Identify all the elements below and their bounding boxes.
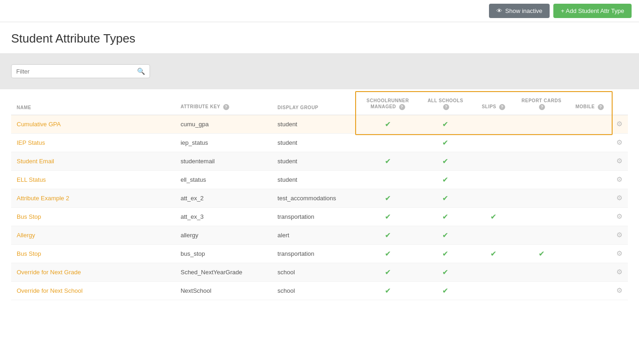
row-gear[interactable]: ⚙ bbox=[611, 226, 628, 244]
check-icon: ✔ bbox=[385, 231, 391, 240]
gear-icon[interactable]: ⚙ bbox=[616, 249, 622, 257]
table-row: Student Email studentemail student ✔ ✔ ⚙ bbox=[11, 152, 628, 170]
table-row: Cumulative GPA cumu_gpa student ✔ ✔ ⚙ bbox=[11, 115, 628, 133]
row-name[interactable]: Override for Next School bbox=[11, 281, 175, 300]
show-inactive-button[interactable]: 👁 Show inactive bbox=[489, 4, 550, 18]
check-icon: ✔ bbox=[442, 212, 448, 221]
gear-icon[interactable]: ⚙ bbox=[616, 231, 622, 239]
row-name[interactable]: Bus Stop bbox=[11, 244, 175, 263]
row-gear[interactable]: ⚙ bbox=[611, 281, 628, 300]
row-all-schools: ✔ bbox=[418, 189, 472, 207]
row-attribute-key: Sched_NextYearGrade bbox=[175, 263, 272, 281]
slips-info-icon: ? bbox=[499, 104, 505, 110]
table-header-row: NAME ATTRIBUTE KEY ? DISPLAY GROUP SCHOO… bbox=[11, 93, 628, 115]
row-name[interactable]: Cumulative GPA bbox=[11, 115, 175, 133]
row-gear[interactable]: ⚙ bbox=[611, 263, 628, 281]
row-mobile bbox=[569, 244, 611, 263]
attribute-key-info-icon: ? bbox=[223, 104, 229, 110]
row-name[interactable]: Bus Stop bbox=[11, 207, 175, 226]
check-icon: ✔ bbox=[442, 286, 448, 295]
row-gear[interactable]: ⚙ bbox=[611, 152, 628, 170]
row-schoolrunner-managed: ✔ bbox=[357, 189, 418, 207]
row-gear[interactable]: ⚙ bbox=[611, 207, 628, 226]
filter-bar: 🔍 bbox=[0, 53, 639, 89]
row-display-group: school bbox=[272, 263, 357, 281]
row-mobile bbox=[569, 207, 611, 226]
show-inactive-label: Show inactive bbox=[505, 7, 542, 14]
schoolrunner-managed-info-icon: ? bbox=[399, 104, 405, 110]
row-schoolrunner-managed: ✔ bbox=[357, 244, 418, 263]
row-display-group: school bbox=[272, 281, 357, 300]
row-report-cards bbox=[514, 281, 568, 300]
row-slips bbox=[472, 133, 514, 152]
check-icon: ✔ bbox=[442, 194, 448, 203]
row-slips bbox=[472, 281, 514, 300]
row-display-group: alert bbox=[272, 226, 357, 244]
col-header-display-group: DISPLAY GROUP bbox=[272, 93, 357, 115]
row-name[interactable]: Override for Next Grade bbox=[11, 263, 175, 281]
row-name[interactable]: IEP Status bbox=[11, 133, 175, 152]
all-schools-info-icon: ? bbox=[443, 104, 449, 110]
row-report-cards bbox=[514, 189, 568, 207]
row-slips bbox=[472, 226, 514, 244]
row-name[interactable]: Attribute Example 2 bbox=[11, 189, 175, 207]
row-slips bbox=[472, 152, 514, 170]
gear-icon[interactable]: ⚙ bbox=[616, 138, 622, 146]
row-slips bbox=[472, 189, 514, 207]
row-schoolrunner-managed bbox=[357, 133, 418, 152]
gear-icon[interactable]: ⚙ bbox=[616, 120, 622, 128]
row-attribute-key: allergy bbox=[175, 226, 272, 244]
check-icon: ✔ bbox=[385, 268, 391, 277]
check-icon: ✔ bbox=[385, 212, 391, 221]
gear-icon[interactable]: ⚙ bbox=[616, 212, 622, 220]
row-attribute-key: studentemail bbox=[175, 152, 272, 170]
table-row: Attribute Example 2 att_ex_2 test_accomm… bbox=[11, 189, 628, 207]
row-name[interactable]: Allergy bbox=[11, 226, 175, 244]
row-all-schools: ✔ bbox=[418, 207, 472, 226]
filter-input[interactable] bbox=[16, 68, 137, 75]
table-row: Bus Stop bus_stop transportation ✔ ✔ ✔ ✔… bbox=[11, 244, 628, 263]
row-all-schools: ✔ bbox=[418, 115, 472, 133]
row-display-group: student bbox=[272, 152, 357, 170]
row-schoolrunner-managed bbox=[357, 170, 418, 189]
add-student-attr-type-button[interactable]: + Add Student Attr Type bbox=[553, 4, 632, 18]
row-mobile bbox=[569, 189, 611, 207]
table-row: IEP Status iep_status student ✔ ⚙ bbox=[11, 133, 628, 152]
row-gear[interactable]: ⚙ bbox=[611, 189, 628, 207]
gear-icon[interactable]: ⚙ bbox=[616, 157, 622, 165]
top-bar: 👁 Show inactive + Add Student Attr Type bbox=[0, 0, 639, 22]
row-name[interactable]: ELL Status bbox=[11, 170, 175, 189]
table-row: Override for Next School NextSchool scho… bbox=[11, 281, 628, 300]
row-name[interactable]: Student Email bbox=[11, 152, 175, 170]
gear-icon[interactable]: ⚙ bbox=[616, 268, 622, 276]
eye-icon: 👁 bbox=[496, 7, 502, 14]
row-gear[interactable]: ⚙ bbox=[611, 170, 628, 189]
row-all-schools: ✔ bbox=[418, 133, 472, 152]
search-icon: 🔍 bbox=[137, 68, 145, 75]
row-report-cards bbox=[514, 115, 568, 133]
row-schoolrunner-managed: ✔ bbox=[357, 207, 418, 226]
table-row: ELL Status ell_status student ✔ ⚙ bbox=[11, 170, 628, 189]
check-icon: ✔ bbox=[442, 249, 448, 258]
row-gear[interactable]: ⚙ bbox=[611, 133, 628, 152]
row-attribute-key: cumu_gpa bbox=[175, 115, 272, 133]
row-attribute-key: NextSchool bbox=[175, 281, 272, 300]
row-report-cards bbox=[514, 170, 568, 189]
row-all-schools: ✔ bbox=[418, 244, 472, 263]
row-gear[interactable]: ⚙ bbox=[611, 244, 628, 263]
gear-icon[interactable]: ⚙ bbox=[616, 194, 622, 202]
gear-icon[interactable]: ⚙ bbox=[616, 286, 622, 294]
check-icon: ✔ bbox=[442, 231, 448, 240]
col-header-name: NAME bbox=[11, 93, 175, 115]
check-icon: ✔ bbox=[442, 175, 448, 184]
table-row: Allergy allergy alert ✔ ✔ ⚙ bbox=[11, 226, 628, 244]
table-container: NAME ATTRIBUTE KEY ? DISPLAY GROUP SCHOO… bbox=[0, 93, 639, 300]
row-all-schools: ✔ bbox=[418, 170, 472, 189]
row-gear[interactable]: ⚙ bbox=[611, 115, 628, 133]
row-schoolrunner-managed: ✔ bbox=[357, 152, 418, 170]
col-header-report-cards: REPORT CARDS ? bbox=[514, 93, 568, 115]
row-schoolrunner-managed: ✔ bbox=[357, 226, 418, 244]
row-attribute-key: ell_status bbox=[175, 170, 272, 189]
row-report-cards bbox=[514, 263, 568, 281]
gear-icon[interactable]: ⚙ bbox=[616, 175, 622, 183]
